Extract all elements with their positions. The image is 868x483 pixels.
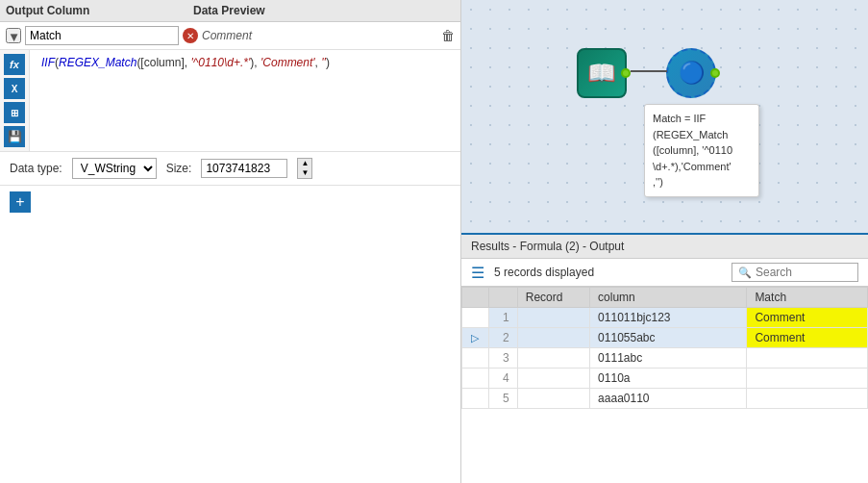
row-number: 5 [488, 389, 517, 409]
row-indicator [462, 369, 489, 389]
match-cell [747, 369, 868, 389]
match-cell [747, 389, 868, 409]
row-indicator [462, 389, 489, 409]
node1-box[interactable]: 📖 [577, 48, 627, 98]
th-match: Match [747, 288, 868, 308]
column-cell: aaaa0110 [590, 389, 747, 409]
size-label: Size: [166, 162, 192, 175]
record-cell [517, 369, 589, 389]
data-preview-header: Data Preview [193, 4, 455, 17]
search-icon: 🔍 [738, 267, 752, 279]
formula-text: IIF(REGEX_Match([column], '^0110\d+.*'),… [41, 56, 330, 69]
row-indicator [462, 308, 489, 328]
record-cell [517, 348, 589, 369]
records-icon: ☰ [471, 264, 484, 282]
row-number: 2 [488, 328, 517, 348]
match-cell: Comment [747, 328, 868, 348]
table-wrapper: Record column Match 1011011bjc123Comment… [461, 287, 868, 409]
size-input[interactable] [201, 159, 287, 178]
column-cell: 011055abc [590, 328, 747, 348]
right-panel: 📖 🔵 Match = IIF(REGEX_Match([column], '^… [461, 0, 868, 483]
add-row: + [0, 186, 460, 218]
th-column: column [590, 288, 747, 308]
row-indicator: ▷ [462, 328, 489, 348]
record-cell [517, 389, 589, 409]
dropdown-button[interactable]: ▼ [6, 28, 21, 43]
row-number: 1 [488, 308, 517, 328]
spinner-up-button[interactable]: ▲ [298, 159, 311, 168]
th-record: Record [517, 288, 589, 308]
records-count: 5 records displayed [494, 266, 594, 279]
node2-output-dot [710, 68, 720, 78]
row-number: 3 [488, 348, 517, 369]
results-table: Record column Match 1011011bjc123Comment… [461, 287, 868, 409]
save-icon-button[interactable]: 💾 [4, 126, 25, 147]
x-icon-button[interactable]: X [4, 78, 25, 99]
node2[interactable]: 🔵 [666, 48, 716, 98]
node1[interactable]: 📖 [577, 48, 627, 98]
panel-header: Output Column Data Preview [0, 0, 460, 22]
clear-match-button[interactable]: ✕ [183, 28, 198, 43]
datatype-select[interactable]: V_WString [72, 158, 157, 179]
node2-circle[interactable]: 🔵 [666, 48, 716, 98]
canvas-area[interactable]: 📖 🔵 Match = IIF(REGEX_Match([column], '^… [461, 0, 868, 233]
row-indicator [462, 348, 489, 369]
table-row: 1011011bjc123Comment [462, 308, 868, 328]
table-row: 5aaaa0110 [462, 389, 868, 409]
results-toolbar: ☰ 5 records displayed 🔍 [461, 259, 868, 287]
node1-output-dot [621, 68, 631, 78]
fx-icon-button[interactable]: fx [4, 54, 25, 75]
datatype-row: Data type: V_WString Size: ▲ ▼ [0, 152, 460, 186]
left-panel: Output Column Data Preview ▼ ✕ Comment 🗑… [0, 0, 461, 483]
tooltip-text: Match = IIF(REGEX_Match([column], '^0110… [653, 113, 732, 188]
add-button[interactable]: + [10, 191, 31, 213]
column-cell: 0111abc [590, 348, 747, 369]
record-cell [517, 328, 589, 348]
column-cell: 0110a [590, 369, 747, 389]
results-title: Results - Formula (2) - Output [471, 240, 624, 253]
table-row: 40110a [462, 369, 868, 389]
th-rownum [488, 288, 517, 308]
match-row: ▼ ✕ Comment 🗑 [0, 22, 460, 50]
spinner-down-button[interactable]: ▼ [298, 168, 311, 178]
search-input[interactable] [756, 266, 852, 279]
datatype-label: Data type: [10, 162, 62, 175]
column-cell: 011011bjc123 [590, 308, 747, 328]
connector-line [631, 70, 667, 72]
size-spinner[interactable]: ▲ ▼ [297, 158, 312, 179]
tooltip-box: Match = IIF(REGEX_Match([column], '^0110… [644, 104, 759, 197]
row-number: 4 [488, 369, 517, 389]
comment-value: Comment [202, 29, 252, 42]
output-column-header: Output Column [6, 4, 174, 17]
formula-area: fx X ⊞ 💾 IIF(REGEX_Match([column], '^011… [0, 50, 460, 152]
record-cell [517, 308, 589, 328]
grid-icon-button[interactable]: ⊞ [4, 102, 25, 123]
node1-icon: 📖 [587, 60, 616, 87]
node2-icon: 🔵 [679, 61, 705, 86]
match-cell [747, 348, 868, 369]
results-header: Results - Formula (2) - Output [461, 235, 868, 259]
delete-row-button[interactable]: 🗑 [441, 28, 455, 43]
match-input[interactable] [25, 26, 179, 45]
match-cell: Comment [747, 308, 868, 328]
table-header-row: Record column Match [462, 288, 868, 308]
table-row: 30111abc [462, 348, 868, 369]
th-indicator [462, 288, 489, 308]
results-panel: Results - Formula (2) - Output ☰ 5 recor… [461, 233, 868, 483]
table-row: ▷2011055abcComment [462, 328, 868, 348]
search-box: 🔍 [732, 263, 858, 282]
